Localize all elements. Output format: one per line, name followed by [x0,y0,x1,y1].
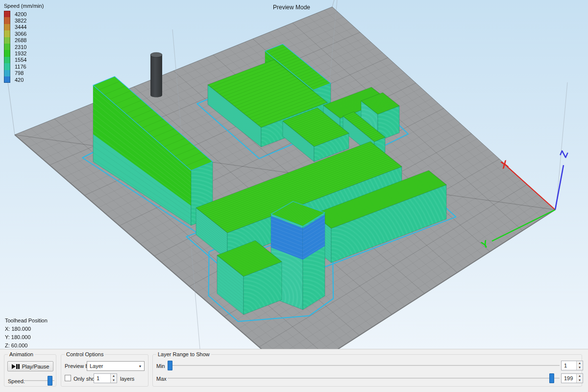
layer-range-group: Layer Range to Show Min 1 ▲ ▼ Max 199 [152,354,582,387]
toolhead-x-value: X: 180.000 [5,325,48,333]
control-options-group-title: Control Options [65,351,105,357]
animation-group: Animation Play/Pause Speed: [4,354,56,387]
play-pause-button[interactable]: Play/Pause [7,361,53,371]
legend-value: 4200 [15,11,26,17]
legend-entry: 1554 [4,57,44,63]
toolhead-position-title: Toolhead Position [5,317,48,325]
legend-value: 420 [15,77,24,83]
speed-legend-title: Speed (mm/min) [4,3,44,9]
max-slider-groove [168,378,560,379]
min-label: Min [156,363,165,369]
legend-value: 3822 [15,18,26,24]
legend-color-swatch [4,63,10,70]
legend-entry: 420 [4,76,44,83]
legend-value: 1932 [15,50,26,56]
play-pause-label: Play/Pause [22,364,49,369]
legend-entry: 798 [4,70,44,76]
app-window: Preview Mode Speed (mm/min) 420038223444… [0,0,588,392]
max-layer-spinner[interactable]: 199 ▲ ▼ [561,373,583,383]
legend-entry: 4200 [4,11,44,17]
spinner-down-icon[interactable]: ▼ [577,366,583,370]
legend-value: 1176 [15,64,26,70]
animation-group-title: Animation [8,351,35,357]
max-layer-slider[interactable] [168,373,560,383]
legend-color-swatch [4,50,10,56]
legend-entry: 3822 [4,17,44,24]
legend-entry: 3444 [4,24,44,30]
legend-color-swatch [4,44,10,50]
legend-color-swatch [4,37,10,44]
build-plate-scene[interactable] [0,0,588,349]
layers-spinner[interactable]: 1 ▲ ▼ [94,373,117,383]
spinner-up-icon[interactable]: ▲ [111,374,117,378]
layers-spinner-value: 1 [94,374,110,383]
legend-entry: 2310 [4,44,44,50]
min-layer-spinner[interactable]: 1 ▲ ▼ [561,361,583,370]
play-pause-icon [12,364,20,369]
legend-color-swatch [4,30,10,37]
speed-slider-handle[interactable] [48,376,52,386]
toolhead-position: Toolhead Position X: 180.000 Y: 180.000 … [5,317,48,350]
legend-value: 798 [15,70,24,76]
legend-color-swatch [4,57,10,63]
legend-color-swatch [4,24,10,30]
legend-color-swatch [4,70,10,76]
toolhead-y-value: Y: 180.000 [5,333,48,342]
legend-color-swatch [4,11,10,17]
legend-color-swatch [4,76,10,83]
spinner-up-icon[interactable]: ▲ [577,361,583,366]
max-slider-handle[interactable] [549,373,554,383]
layers-label: layers [120,376,134,382]
spinner-up-icon[interactable]: ▲ [577,374,583,378]
speed-legend: Speed (mm/min) 4200382234443066268823101… [4,3,44,83]
layer-range-group-title: Layer Range to Show [156,351,211,357]
spinner-down-icon[interactable]: ▼ [111,378,117,383]
spinner-down-icon[interactable]: ▼ [577,378,583,383]
min-layer-slider[interactable] [168,361,560,370]
only-show-checkbox[interactable] [65,375,71,381]
max-layer-value: 199 [562,374,576,383]
speed-label: Speed: [8,378,25,384]
preview-by-dropdown[interactable]: Layer ▼ [87,361,145,371]
min-slider-groove [168,365,560,366]
legend-value: 1554 [15,57,26,63]
legend-value: 2688 [15,37,26,43]
legend-entry: 1932 [4,50,44,56]
speed-slider[interactable] [23,376,54,386]
legend-value: 3444 [15,24,26,30]
legend-entry: 3066 [4,30,44,37]
legend-entry: 1176 [4,63,44,70]
legend-color-swatch [4,17,10,24]
legend-entry: 2688 [4,37,44,44]
legend-value: 2310 [15,44,26,50]
min-slider-handle[interactable] [168,361,172,370]
legend-value: 3066 [15,31,26,37]
max-label: Max [156,376,167,382]
viewport-3d[interactable]: Preview Mode Speed (mm/min) 420038223444… [0,0,588,349]
preview-by-value: Layer [87,363,136,369]
chevron-down-icon: ▼ [136,365,144,368]
bottom-control-panel: Animation Play/Pause Speed: Control Opti… [0,349,588,392]
control-options-group: Control Options Preview By Layer ▼ Only … [61,354,148,387]
min-layer-value: 1 [562,361,576,370]
